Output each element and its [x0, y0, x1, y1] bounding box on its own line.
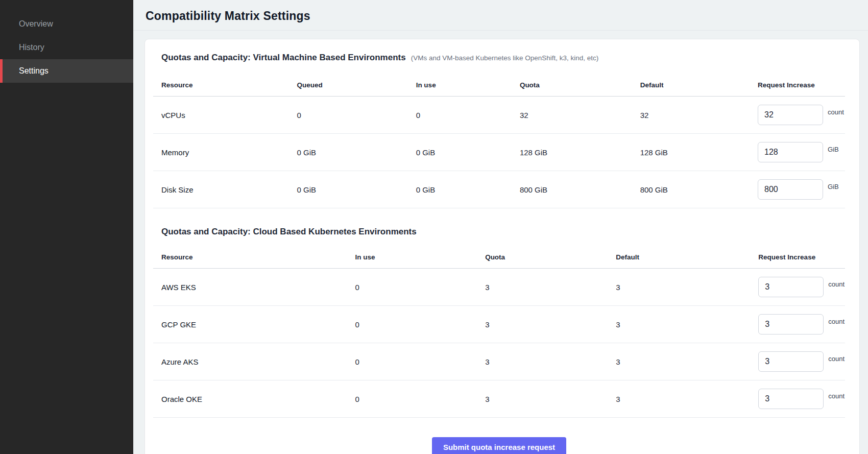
vm-section-header: Quotas and Capacity: Virtual Machine Bas…: [153, 53, 845, 63]
unit-label: count: [828, 318, 845, 325]
quota-value: 800 GiB: [512, 185, 632, 194]
resource-name: vCPUs: [153, 111, 289, 120]
default-value: 3: [608, 395, 750, 403]
resource-name: Oracle OKE: [153, 395, 347, 403]
unit-label: count: [828, 355, 845, 363]
sidebar-item-label: Settings: [19, 66, 49, 76]
aws-eks-request-input[interactable]: [758, 277, 824, 297]
sidebar-nav: Overview History Settings: [0, 12, 133, 83]
column-header-in-use: In use: [347, 253, 477, 261]
table-row-memory: Memory 0 GiB 0 GiB 128 GiB 128 GiB GiB: [153, 134, 845, 171]
quota-value: 3: [477, 283, 608, 292]
vcpus-request-input[interactable]: [758, 105, 823, 125]
main-content: Compatibility Matrix Settings Quotas and…: [133, 0, 868, 454]
resource-name: GCP GKE: [153, 320, 347, 329]
submit-button-row: Submit quota increase request: [153, 437, 845, 454]
column-header-resource: Resource: [153, 253, 347, 261]
request-increase-cell: count: [750, 314, 845, 334]
in-use-value: 0 GiB: [408, 148, 512, 157]
sidebar-item-overview[interactable]: Overview: [0, 12, 133, 36]
sidebar-item-history[interactable]: History: [0, 36, 133, 59]
unit-label: GiB: [828, 183, 839, 190]
column-header-request-increase: Request Increase: [750, 81, 845, 89]
quota-value: 3: [477, 395, 608, 403]
cloud-section-title: Quotas and Capacity: Cloud Based Kuberne…: [153, 227, 845, 237]
sidebar-item-label: History: [19, 43, 44, 52]
default-value: 3: [608, 357, 750, 366]
request-increase-cell: count: [750, 389, 845, 409]
resource-name: Memory: [153, 148, 289, 157]
in-use-value: 0: [347, 320, 477, 329]
quota-value: 3: [477, 357, 608, 366]
quotas-settings-card: Quotas and Capacity: Virtual Machine Bas…: [144, 39, 860, 454]
resource-name: Disk Size: [153, 185, 289, 194]
table-row-gcp-gke: GCP GKE 0 3 3 count: [153, 306, 845, 343]
queued-value: 0: [289, 111, 408, 120]
in-use-value: 0: [347, 283, 477, 292]
resource-name: Azure AKS: [153, 357, 347, 366]
column-header-quota: Quota: [512, 81, 632, 89]
default-value: 3: [608, 283, 750, 292]
column-header-request-increase: Request Increase: [750, 253, 845, 261]
request-increase-cell: GiB: [750, 179, 845, 200]
vm-section-title: Quotas and Capacity: Virtual Machine Bas…: [161, 53, 406, 63]
memory-request-input[interactable]: [758, 142, 823, 162]
unit-label: GiB: [828, 146, 839, 153]
in-use-value: 0: [408, 111, 512, 120]
default-value: 32: [632, 111, 750, 120]
column-header-in-use: In use: [408, 81, 512, 89]
unit-label: count: [828, 280, 845, 288]
request-increase-cell: GiB: [750, 142, 845, 162]
request-increase-cell: count: [750, 105, 845, 125]
oracle-oke-request-input[interactable]: [758, 389, 824, 409]
quota-value: 128 GiB: [512, 148, 632, 157]
sidebar-item-label: Overview: [19, 19, 53, 29]
vm-table-header: Resource Queued In use Quota Default Req…: [153, 74, 845, 97]
table-row-oracle-oke: Oracle OKE 0 3 3 count: [153, 380, 845, 418]
vm-section-subtitle: (VMs and VM-based Kubernetes like OpenSh…: [411, 54, 599, 62]
unit-label: count: [828, 392, 845, 400]
in-use-value: 0: [347, 357, 477, 366]
sidebar-item-settings[interactable]: Settings: [0, 59, 133, 83]
column-header-default: Default: [632, 81, 750, 89]
vm-quota-table: Resource Queued In use Quota Default Req…: [153, 74, 845, 208]
default-value: 3: [608, 320, 750, 329]
page-header: Compatibility Matrix Settings: [133, 0, 868, 31]
resource-name: AWS EKS: [153, 283, 347, 292]
column-header-queued: Queued: [289, 81, 408, 89]
page-title: Compatibility Matrix Settings: [146, 9, 856, 23]
submit-quota-button[interactable]: Submit quota increase request: [432, 437, 566, 454]
default-value: 800 GiB: [632, 185, 750, 194]
gcp-gke-request-input[interactable]: [758, 314, 824, 334]
app-root: Overview History Settings Compatibility …: [0, 0, 868, 454]
column-header-default: Default: [608, 253, 750, 261]
unit-label: count: [828, 108, 844, 116]
azure-aks-request-input[interactable]: [758, 351, 824, 372]
quota-value: 3: [477, 320, 608, 329]
table-row-azure-aks: Azure AKS 0 3 3 count: [153, 343, 845, 380]
table-row-vcpus: vCPUs 0 0 32 32 count: [153, 97, 845, 134]
request-increase-cell: count: [750, 277, 845, 297]
queued-value: 0 GiB: [289, 148, 408, 157]
table-row-aws-eks: AWS EKS 0 3 3 count: [153, 269, 845, 306]
cloud-quota-table: Resource In use Quota Default Request In…: [153, 246, 845, 418]
disk-size-request-input[interactable]: [758, 179, 823, 200]
request-increase-cell: count: [750, 351, 845, 372]
in-use-value: 0 GiB: [408, 185, 512, 194]
in-use-value: 0: [347, 395, 477, 403]
sidebar: Overview History Settings: [0, 0, 133, 454]
default-value: 128 GiB: [632, 148, 750, 157]
column-header-quota: Quota: [477, 253, 608, 261]
content-area: Quotas and Capacity: Virtual Machine Bas…: [133, 31, 868, 454]
queued-value: 0 GiB: [289, 185, 408, 194]
quota-value: 32: [512, 111, 632, 120]
cloud-table-header: Resource In use Quota Default Request In…: [153, 246, 845, 269]
column-header-resource: Resource: [153, 81, 289, 89]
table-row-disk-size: Disk Size 0 GiB 0 GiB 800 GiB 800 GiB Gi…: [153, 171, 845, 208]
